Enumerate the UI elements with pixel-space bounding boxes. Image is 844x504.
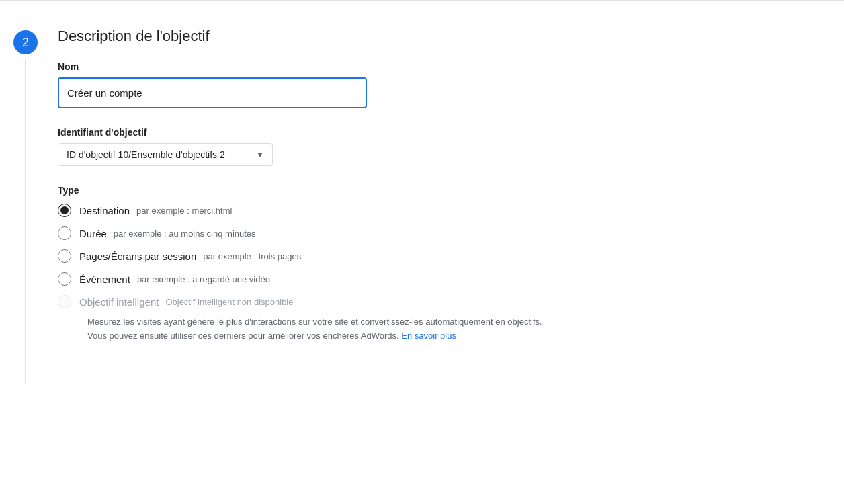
dropdown-arrow-icon: ▼ <box>256 150 264 159</box>
radio-item-destination: Destination par exemple : merci.html <box>58 204 831 217</box>
nom-input[interactable] <box>58 77 367 108</box>
identifiant-dropdown-label: ID d'objectif 10/Ensemble d'objectifs 2 <box>67 149 225 160</box>
radio-pages-session-example: par exemple : trois pages <box>203 251 301 261</box>
radio-item-duree: Durée par exemple : au moins cinq minute… <box>58 226 831 240</box>
radio-destination-label: Destination <box>79 205 130 216</box>
section-title: Description de l'objectif <box>58 28 831 45</box>
type-label: Type <box>58 185 831 196</box>
step-line <box>25 60 26 384</box>
content-area: Description de l'objectif Nom Identifian… <box>51 28 844 384</box>
radio-item-evenement: Événement par exemple : a regardé une vi… <box>58 272 831 286</box>
radio-objectif-intelligent-example: Objectif intelligent non disponible <box>165 297 293 307</box>
identifiant-dropdown[interactable]: ID d'objectif 10/Ensemble d'objectifs 2 … <box>58 143 273 166</box>
radio-duree[interactable] <box>58 226 71 240</box>
nom-label: Nom <box>58 61 831 72</box>
radio-evenement-example: par exemple : a regardé une vidéo <box>137 274 270 284</box>
step-number: 2 <box>13 30 38 54</box>
radio-pages-session-label: Pages/Écrans par session <box>79 251 196 262</box>
identifiant-section: Identifiant d'objectif ID d'objectif 10/… <box>58 127 831 166</box>
radio-item-objectif-intelligent: Objectif intelligent Objectif intelligen… <box>58 295 831 308</box>
radio-evenement-label: Événement <box>79 274 130 285</box>
radio-objectif-intelligent-label: Objectif intelligent <box>79 296 159 308</box>
nom-field-group: Nom <box>58 61 831 108</box>
radio-objectif-intelligent[interactable] <box>58 295 71 308</box>
radio-pages-session[interactable] <box>58 249 71 263</box>
type-section: Type Destination par exemple : merci.htm… <box>58 185 831 343</box>
radio-duree-label: Durée <box>79 228 107 239</box>
identifiant-label: Identifiant d'objectif <box>58 127 831 138</box>
radio-item-pages-session: Pages/Écrans par session par exemple : t… <box>58 249 831 263</box>
smart-goal-text: Mesurez les visites ayant généré le plus… <box>87 317 542 341</box>
radio-evenement[interactable] <box>58 272 71 286</box>
smart-goal-description: Mesurez les visites ayant généré le plus… <box>87 315 558 343</box>
radio-destination[interactable] <box>58 204 71 217</box>
radio-destination-example: par exemple : merci.html <box>136 206 232 216</box>
radio-group: Destination par exemple : merci.html Dur… <box>58 204 831 308</box>
step-indicator: 2 <box>0 28 51 384</box>
radio-duree-example: par exemple : au moins cinq minutes <box>114 228 256 239</box>
en-savoir-plus-link[interactable]: En savoir plus <box>401 331 456 341</box>
